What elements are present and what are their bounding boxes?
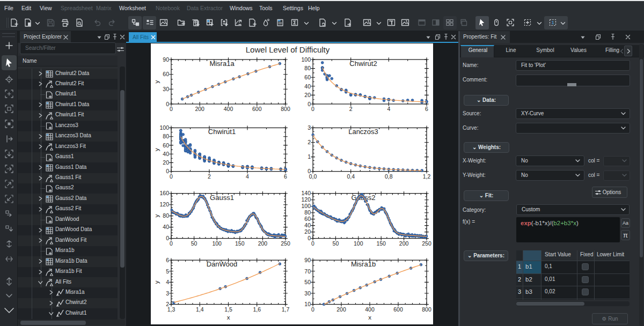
svg-text:80: 80	[163, 133, 169, 139]
svg-text:200: 200	[399, 240, 409, 247]
svg-text:80: 80	[163, 212, 169, 219]
svg-text:100: 100	[301, 56, 311, 63]
svg-text:y: y	[153, 214, 160, 217]
svg-text:60: 60	[163, 142, 169, 149]
svg-text:0: 0	[170, 240, 173, 247]
svg-text:2: 2	[308, 139, 311, 145]
svg-text:30: 30	[304, 290, 311, 297]
svg-text:50: 50	[304, 279, 311, 285]
svg-text:2: 2	[166, 301, 169, 307]
svg-text:400: 400	[224, 106, 233, 112]
svg-text:1,2: 1,2	[423, 173, 431, 180]
svg-text:0: 0	[170, 106, 173, 112]
svg-text:100: 100	[301, 203, 311, 209]
svg-text:250: 250	[422, 240, 431, 247]
svg-text:40: 40	[163, 224, 169, 230]
svg-text:30: 30	[163, 86, 169, 92]
svg-text:400: 400	[365, 306, 375, 313]
svg-text:Gauss1: Gauss1	[210, 194, 234, 202]
svg-text:200: 200	[336, 306, 346, 313]
svg-text:6: 6	[425, 106, 428, 112]
svg-text:x: x	[227, 314, 230, 321]
svg-text:100: 100	[354, 240, 363, 247]
svg-text:0: 0	[311, 306, 314, 313]
svg-text:1: 1	[552, 20, 554, 25]
svg-text:4: 4	[246, 173, 249, 180]
svg-text:1,6: 1,6	[253, 306, 261, 313]
svg-text:0: 0	[308, 101, 311, 107]
svg-text:600: 600	[393, 306, 403, 313]
svg-text:120: 120	[159, 201, 169, 208]
svg-text:1: 1	[308, 153, 311, 160]
svg-text:20: 20	[163, 159, 169, 166]
svg-text:4: 4	[166, 279, 169, 285]
svg-text:0: 0	[311, 240, 314, 247]
svg-text:6: 6	[166, 257, 169, 263]
svg-text:60: 60	[304, 74, 311, 80]
svg-text:5: 5	[166, 268, 169, 275]
svg-text:250: 250	[281, 240, 290, 247]
svg-text:100: 100	[159, 124, 169, 131]
svg-text:2: 2	[349, 106, 353, 112]
svg-text:10: 10	[304, 301, 311, 307]
svg-text:70: 70	[304, 268, 311, 275]
svg-text:y: y	[153, 80, 160, 83]
svg-text:0: 0	[166, 101, 169, 107]
svg-text:Chwirut2: Chwirut2	[349, 60, 377, 68]
svg-text:150: 150	[376, 240, 386, 247]
svg-text:0: 0	[308, 168, 311, 174]
svg-text:3: 3	[166, 290, 169, 297]
svg-text:2: 2	[208, 173, 211, 180]
svg-text:1,5: 1,5	[224, 306, 232, 313]
svg-text:90: 90	[304, 257, 311, 263]
svg-text:90: 90	[163, 56, 169, 63]
svg-text:200: 200	[195, 106, 204, 112]
svg-text:160: 160	[159, 190, 169, 196]
svg-text:150: 150	[235, 240, 245, 247]
svg-text:140: 140	[301, 190, 311, 196]
svg-text:60: 60	[304, 216, 311, 222]
svg-text:80: 80	[304, 209, 311, 216]
svg-text:y: y	[153, 148, 160, 151]
svg-text:3: 3	[308, 124, 311, 131]
svg-text:Misra1a: Misra1a	[209, 60, 235, 68]
svg-text:1,4: 1,4	[196, 306, 204, 313]
svg-text:20: 20	[304, 92, 311, 98]
svg-text:6: 6	[284, 173, 287, 180]
svg-text:0,4: 0,4	[347, 173, 355, 180]
svg-text:800: 800	[422, 306, 431, 313]
svg-text:200: 200	[258, 240, 268, 247]
svg-text:Lowel Level of Difficulty: Lowel Level of Difficulty	[246, 45, 330, 54]
svg-text:80: 80	[304, 65, 311, 71]
svg-text:0: 0	[166, 235, 169, 241]
svg-text:Misra1b: Misra1b	[351, 260, 376, 268]
svg-text:Lanczos3: Lanczos3	[348, 128, 378, 136]
svg-text:50: 50	[191, 240, 197, 247]
svg-text:x: x	[368, 314, 371, 321]
svg-text:0: 0	[166, 168, 169, 174]
svg-text:1,7: 1,7	[282, 306, 290, 313]
svg-text:DanWood: DanWood	[207, 260, 238, 268]
svg-text:0: 0	[308, 235, 311, 241]
svg-text:120: 120	[301, 196, 311, 203]
svg-text:0: 0	[311, 106, 314, 112]
svg-text:800: 800	[281, 106, 290, 112]
svg-text:20: 20	[304, 228, 311, 235]
svg-text:40: 40	[163, 151, 169, 157]
svg-text:40: 40	[304, 222, 311, 228]
svg-text:40: 40	[304, 83, 311, 90]
svg-text:0,8: 0,8	[385, 173, 393, 180]
svg-text:4: 4	[387, 106, 390, 112]
svg-text:50: 50	[333, 240, 339, 247]
svg-text:y: y	[153, 280, 160, 284]
svg-text:Chwirut1: Chwirut1	[208, 128, 236, 136]
svg-text:100: 100	[212, 240, 222, 247]
svg-text:0: 0	[170, 173, 173, 180]
svg-text:60: 60	[163, 71, 169, 77]
svg-text:600: 600	[252, 106, 262, 112]
